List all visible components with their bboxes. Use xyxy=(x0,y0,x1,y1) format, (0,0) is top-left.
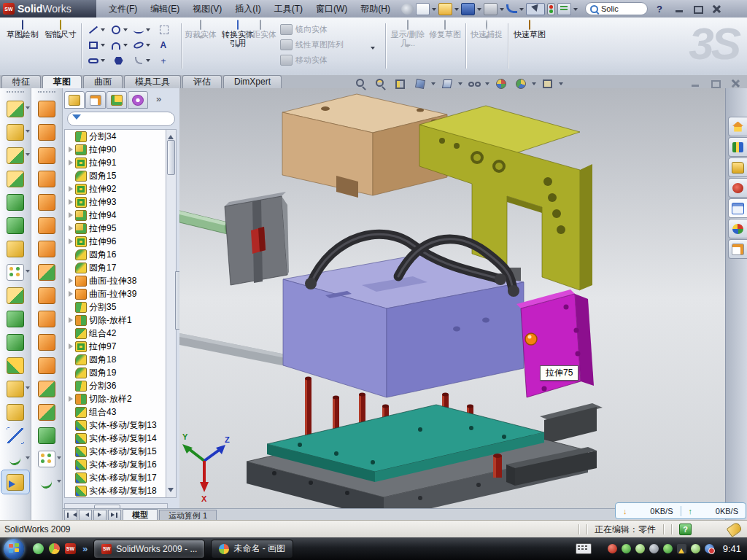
expand-arrow-icon[interactable] xyxy=(67,330,74,337)
tree-item[interactable]: 实体-移动/复制16 xyxy=(65,458,167,471)
chevron-down-icon[interactable] xyxy=(519,8,524,13)
menu-item[interactable]: 编辑(E) xyxy=(144,1,186,18)
expand-arrow-icon[interactable] xyxy=(67,146,74,153)
undo-button[interactable] xyxy=(506,4,517,13)
edit-appearance-icon[interactable] xyxy=(495,78,509,91)
design-library-tab[interactable] xyxy=(728,137,747,157)
chevron-down-icon[interactable] xyxy=(485,82,489,88)
feature-toolbar-button[interactable] xyxy=(0,377,31,400)
menu-item[interactable]: 插入(I) xyxy=(228,1,267,18)
chevron-down-icon[interactable] xyxy=(532,82,536,88)
menu-item[interactable]: 视图(V) xyxy=(186,1,228,18)
feature-toolbar-button[interactable] xyxy=(0,237,31,260)
scroll-up-icon[interactable] xyxy=(168,132,174,139)
menu-item[interactable]: 文件(F) xyxy=(102,1,144,18)
surface-toolbar-button[interactable] xyxy=(31,400,62,424)
save-button[interactable] xyxy=(461,3,475,15)
surface-toolbar-button[interactable] xyxy=(31,167,62,190)
ribbon-tab[interactable]: DimXpert xyxy=(223,75,282,88)
tree-item[interactable]: 拉伸97 xyxy=(65,340,167,353)
expand-arrow-icon[interactable] xyxy=(67,369,74,376)
feature-toolbar-button[interactable] xyxy=(0,424,31,447)
taskbar-window-button[interactable]: SW SolidWorks 2009 - ... xyxy=(93,540,205,559)
expand-arrow-icon[interactable] xyxy=(67,487,74,494)
point-icon[interactable]: + xyxy=(158,55,170,66)
tree-item[interactable]: 圆角19 xyxy=(65,366,167,379)
arc-icon[interactable] xyxy=(110,40,122,50)
tree-item[interactable]: 实体-移动/复制18 xyxy=(65,484,167,497)
feature-toolbar-button[interactable] xyxy=(0,330,31,354)
surface-toolbar-button[interactable] xyxy=(31,97,62,120)
display-style-icon[interactable] xyxy=(441,78,455,91)
circle-icon[interactable] xyxy=(110,25,122,35)
tree-item[interactable]: 圆角16 xyxy=(65,248,167,261)
surface-toolbar-button[interactable] xyxy=(31,190,62,214)
chevron-down-icon[interactable] xyxy=(101,28,105,34)
solidworks-resources-tab[interactable] xyxy=(728,117,747,136)
expand-arrow-icon[interactable] xyxy=(67,159,74,166)
chevron-down-icon[interactable] xyxy=(146,28,150,34)
surface-toolbar-button[interactable] xyxy=(31,214,62,237)
tree-item[interactable]: 拉伸95 xyxy=(65,222,167,235)
messenger-icon[interactable] xyxy=(33,543,44,554)
ribbon-tab[interactable]: 评估 xyxy=(182,75,222,88)
tree-item[interactable]: 拉伸93 xyxy=(65,195,167,209)
solidworks-search-tab[interactable] xyxy=(728,178,747,198)
antivirus-tray-icon[interactable] xyxy=(608,544,617,553)
menu-item[interactable]: 工具(T) xyxy=(268,1,309,18)
tree-item[interactable]: 切除-放样2 xyxy=(65,392,167,405)
expand-arrow-icon[interactable] xyxy=(67,316,74,324)
feature-toolbar-button[interactable] xyxy=(0,144,31,167)
zoom-to-area-icon[interactable] xyxy=(374,78,389,91)
ribbon-tab[interactable]: 特征 xyxy=(1,75,41,88)
chevron-down-icon[interactable] xyxy=(101,44,105,49)
quick-launch-overflow[interactable]: » xyxy=(82,543,88,554)
tags-icon[interactable] xyxy=(727,521,743,537)
expand-arrow-icon[interactable] xyxy=(67,343,74,350)
configurationmanager-tab[interactable] xyxy=(107,91,127,109)
prev-tab-button[interactable] xyxy=(79,510,92,521)
connectivity-tray-icon[interactable] xyxy=(663,544,673,553)
start-button[interactable] xyxy=(4,539,24,559)
tree-item[interactable]: 实体-移动/复制14 xyxy=(65,432,167,445)
tree-item[interactable]: 拉伸92 xyxy=(65,182,167,195)
taskbar-window-button[interactable]: 未命名 - 画图 xyxy=(211,540,293,559)
surface-toolbar-button[interactable] xyxy=(31,144,62,167)
slot-icon[interactable] xyxy=(88,55,99,66)
volume-tray-icon[interactable] xyxy=(649,544,659,553)
propertymanager-tab[interactable] xyxy=(85,91,106,109)
surface-toolbar-button[interactable] xyxy=(31,377,62,400)
zoom-to-fit-icon[interactable] xyxy=(355,78,369,91)
print-button[interactable] xyxy=(484,3,498,15)
network-alert-tray-icon[interactable] xyxy=(677,544,686,553)
firewall-tray-icon[interactable] xyxy=(622,544,631,553)
chevron-down-icon[interactable] xyxy=(146,59,150,64)
expand-arrow-icon[interactable] xyxy=(67,395,74,402)
custom-properties-tab[interactable] xyxy=(728,239,747,259)
feature-toolbar-button[interactable] xyxy=(0,447,31,470)
file-explorer-tab[interactable] xyxy=(728,158,747,177)
graphics-viewport[interactable]: Y Z X xyxy=(179,88,725,508)
surface-toolbar-button[interactable] xyxy=(31,237,62,260)
tree-item[interactable]: 拉伸90 xyxy=(65,143,167,156)
rapid-sketch-button[interactable]: 快速草图 xyxy=(512,20,547,71)
minimize-button[interactable] xyxy=(673,4,686,15)
chevron-down-icon[interactable] xyxy=(432,8,436,13)
options-button[interactable] xyxy=(557,3,571,15)
expand-arrow-icon[interactable] xyxy=(67,461,74,468)
tree-item[interactable]: 实体-移动/复制13 xyxy=(65,419,167,432)
tree-item[interactable]: 曲面-拉伸39 xyxy=(65,287,167,300)
chevron-down-icon[interactable] xyxy=(454,8,459,13)
view-orientation-icon[interactable] xyxy=(414,78,428,91)
chevron-down-icon[interactable] xyxy=(431,82,436,88)
chevron-down-icon[interactable] xyxy=(20,36,26,50)
surface-toolbar-button[interactable] xyxy=(31,260,62,284)
expand-arrow-icon[interactable] xyxy=(67,277,74,284)
optimizer-tray-icon[interactable] xyxy=(635,544,645,553)
tree-item[interactable]: 实体-移动/复制17 xyxy=(65,471,167,484)
feature-toolbar-button[interactable] xyxy=(0,120,31,144)
featuremanager-tab[interactable] xyxy=(64,91,85,109)
ime-keyboard-icon[interactable] xyxy=(576,543,592,554)
tree-item[interactable]: 实体-移动/复制15 xyxy=(65,445,167,458)
chevron-down-icon[interactable] xyxy=(477,8,481,13)
